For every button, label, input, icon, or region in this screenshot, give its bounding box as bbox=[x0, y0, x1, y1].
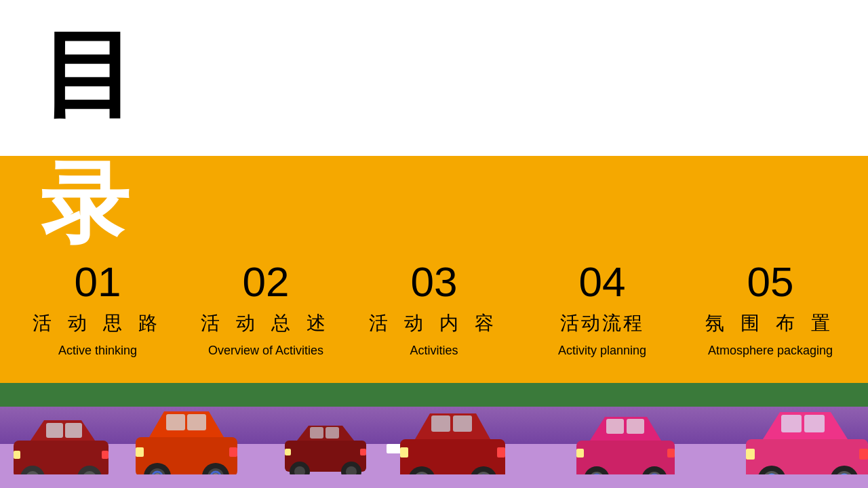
svg-rect-35 bbox=[285, 449, 291, 455]
svg-rect-29 bbox=[310, 427, 323, 439]
menu-english-1: Active thinking bbox=[58, 344, 137, 358]
svg-rect-15 bbox=[166, 414, 185, 430]
svg-rect-24 bbox=[229, 447, 237, 457]
menu-chinese-1: 活 动 思 路 bbox=[33, 311, 162, 336]
menu-english-4: Activity planning bbox=[558, 344, 646, 358]
svg-marker-52 bbox=[590, 417, 661, 441]
menu-item-5: 05 氛 围 布 置 Atmosphere packaging bbox=[686, 261, 854, 358]
svg-rect-16 bbox=[187, 414, 206, 430]
page: 目 录 01 活 动 思 路 Active thinking 02 活 动 总 … bbox=[0, 0, 868, 488]
menu-number-5: 05 bbox=[747, 261, 794, 303]
top-section: 目 bbox=[0, 0, 868, 156]
svg-rect-12 bbox=[102, 451, 108, 459]
svg-rect-50 bbox=[497, 447, 505, 458]
menu-number-4: 04 bbox=[579, 261, 626, 303]
svg-rect-11 bbox=[14, 451, 20, 459]
svg-marker-38 bbox=[415, 413, 490, 439]
menu-number-3: 03 bbox=[411, 261, 458, 303]
menu-number-1: 01 bbox=[75, 261, 121, 303]
menu-chinese-4: 活动流程 bbox=[560, 311, 644, 336]
svg-rect-23 bbox=[136, 447, 144, 457]
menu-row: 01 活 动 思 路 Active thinking 02 活 动 总 述 Ov… bbox=[0, 261, 868, 369]
svg-rect-49 bbox=[400, 447, 408, 458]
menu-number-2: 02 bbox=[243, 261, 290, 303]
svg-rect-77 bbox=[746, 449, 755, 460]
menu-english-5: Atmosphere packaging bbox=[708, 344, 833, 358]
svg-rect-67 bbox=[781, 415, 802, 432]
menu-english-2: Overview of Activities bbox=[208, 344, 323, 358]
svg-rect-39 bbox=[431, 415, 450, 432]
menu-item-4: 04 活动流程 Activity planning bbox=[518, 261, 686, 358]
menu-chinese-3: 活 动 内 容 bbox=[369, 311, 498, 336]
svg-rect-53 bbox=[606, 419, 624, 434]
cars-container bbox=[0, 383, 868, 474]
middle-section: 录 01 活 动 思 路 Active thinking 02 活 动 总 述 … bbox=[0, 156, 868, 383]
svg-rect-40 bbox=[453, 415, 472, 432]
menu-item-1: 01 活 动 思 路 Active thinking bbox=[14, 261, 182, 358]
svg-rect-36 bbox=[360, 449, 366, 455]
svg-marker-14 bbox=[149, 411, 224, 437]
svg-rect-64 bbox=[667, 449, 675, 458]
cars-svg bbox=[0, 383, 868, 474]
menu-english-3: Activities bbox=[410, 344, 458, 358]
menu-chinese-2: 活 动 总 述 bbox=[201, 311, 330, 336]
svg-rect-78 bbox=[859, 449, 868, 460]
svg-rect-68 bbox=[804, 415, 825, 432]
svg-rect-63 bbox=[576, 449, 584, 458]
menu-item-3: 03 活 动 内 容 Activities bbox=[350, 261, 518, 358]
svg-rect-4 bbox=[65, 423, 82, 438]
svg-rect-30 bbox=[326, 427, 339, 439]
bottom-section bbox=[0, 383, 868, 488]
menu-item-2: 02 活 动 总 述 Overview of Activities bbox=[182, 261, 350, 358]
svg-rect-3 bbox=[46, 423, 63, 438]
char-mu: 目 bbox=[41, 27, 136, 122]
char-lu: 录 bbox=[0, 152, 868, 254]
menu-chinese-5: 氛 围 布 置 bbox=[705, 311, 835, 336]
svg-rect-54 bbox=[627, 419, 644, 434]
